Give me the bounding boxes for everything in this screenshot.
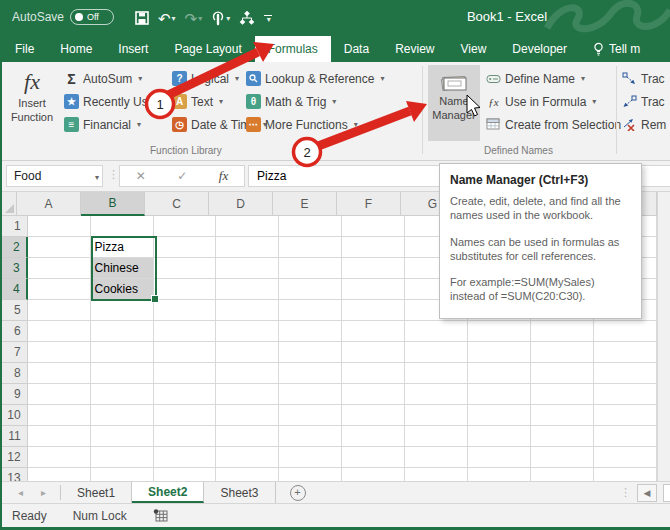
cell-J9[interactable] — [594, 384, 657, 405]
trace-precedents-button[interactable]: Trac — [622, 67, 670, 90]
cell-D7[interactable] — [216, 342, 279, 363]
cell-A8[interactable] — [28, 363, 91, 384]
cell-F12[interactable] — [342, 447, 405, 468]
cell-C5[interactable] — [154, 300, 217, 321]
cell-D12[interactable] — [216, 447, 279, 468]
row-header-7[interactable]: 7 — [2, 342, 28, 363]
name-box[interactable]: Food ▾ — [6, 165, 103, 187]
name-box-dropdown-icon[interactable]: ▾ — [95, 173, 99, 182]
cell-F11[interactable] — [342, 426, 405, 447]
cell-E10[interactable] — [279, 405, 342, 426]
cell-F3[interactable] — [342, 258, 405, 279]
tab-home[interactable]: Home — [47, 36, 105, 62]
column-header-D[interactable]: D — [209, 192, 273, 216]
cell-D6[interactable] — [216, 321, 279, 342]
row-header-10[interactable]: 10 — [2, 405, 28, 426]
row-header-4[interactable]: 4 — [2, 279, 28, 300]
recently-used-button[interactable]: ★Recently Used▾ — [64, 90, 171, 113]
cell-B9[interactable] — [91, 384, 154, 405]
cell-C8[interactable] — [154, 363, 217, 384]
cell-F2[interactable] — [342, 237, 405, 258]
row-header-11[interactable]: 11 — [2, 426, 28, 447]
more-functions-button[interactable]: ⋯More Functions▾ — [246, 113, 384, 136]
column-header-B[interactable]: B — [81, 192, 145, 216]
cell-F9[interactable] — [342, 384, 405, 405]
cell-F6[interactable] — [342, 321, 405, 342]
sheet-tab-sheet1[interactable]: Sheet1 — [61, 482, 132, 503]
trace-dependents-button[interactable]: Trac — [622, 90, 670, 113]
sheet-tab-sheet2[interactable]: Sheet2 — [132, 482, 204, 503]
cell-B6[interactable] — [91, 321, 154, 342]
new-sheet-button[interactable]: + — [290, 482, 306, 503]
cell-D11[interactable] — [216, 426, 279, 447]
cell-E4[interactable] — [279, 279, 342, 300]
cell-B4[interactable]: Cookies — [91, 279, 154, 300]
name-manager-button[interactable]: Name Manager — [428, 65, 480, 141]
cell-F8[interactable] — [342, 363, 405, 384]
cell-I9[interactable] — [531, 384, 594, 405]
cell-A10[interactable] — [28, 405, 91, 426]
cell-E12[interactable] — [279, 447, 342, 468]
cell-E8[interactable] — [279, 363, 342, 384]
cell-J12[interactable] — [594, 447, 657, 468]
cell-G12[interactable] — [405, 447, 468, 468]
hscroll-thumb[interactable] — [663, 484, 670, 502]
cell-I11[interactable] — [531, 426, 594, 447]
cell-E11[interactable] — [279, 426, 342, 447]
cell-H10[interactable] — [468, 405, 531, 426]
cell-A3[interactable] — [28, 258, 91, 279]
cell-B11[interactable] — [91, 426, 154, 447]
cell-C6[interactable] — [154, 321, 217, 342]
cell-H13[interactable] — [468, 468, 531, 481]
row-header-8[interactable]: 8 — [2, 363, 28, 384]
tab-file[interactable]: File — [2, 36, 47, 62]
cell-C4[interactable] — [154, 279, 217, 300]
cell-H11[interactable] — [468, 426, 531, 447]
row-header-5[interactable]: 5 — [2, 300, 28, 321]
cell-J6[interactable] — [594, 321, 657, 342]
tab-data[interactable]: Data — [331, 36, 382, 62]
touch-mode-button[interactable]: ▾ — [208, 6, 233, 30]
cell-H7[interactable] — [468, 342, 531, 363]
cell-B13[interactable] — [91, 468, 154, 481]
cell-G6[interactable] — [405, 321, 468, 342]
cell-B3[interactable]: Chinese — [91, 258, 154, 279]
cell-I7[interactable] — [531, 342, 594, 363]
cell-E9[interactable] — [279, 384, 342, 405]
enter-icon[interactable]: ✓ — [177, 169, 187, 183]
row-header-3[interactable]: 3 — [2, 258, 28, 279]
cell-G10[interactable] — [405, 405, 468, 426]
cell-G11[interactable] — [405, 426, 468, 447]
cell-E6[interactable] — [279, 321, 342, 342]
cell-H6[interactable] — [468, 321, 531, 342]
row-header-9[interactable]: 9 — [2, 384, 28, 405]
create-from-selection-button[interactable]: Create from Selection — [486, 113, 621, 136]
autosum-button[interactable]: ΣAutoSum▾ — [64, 67, 171, 90]
undo-dropdown[interactable]: ▾ — [172, 14, 176, 23]
row-header-12[interactable]: 12 — [2, 447, 28, 468]
cell-B10[interactable] — [91, 405, 154, 426]
column-header-F[interactable]: F — [337, 192, 401, 216]
sheet-nav-left-icon[interactable]: ◂ — [18, 487, 23, 498]
customize-qat-button[interactable]: ▾ — [261, 6, 275, 30]
remove-arrows-button[interactable]: Rem — [622, 113, 670, 136]
cell-E1[interactable] — [279, 216, 342, 237]
cell-I13[interactable] — [531, 468, 594, 481]
cell-D13[interactable] — [216, 468, 279, 481]
insert-function-button[interactable]: fx Insert Function — [6, 65, 58, 141]
tab-view[interactable]: View — [448, 36, 500, 62]
cell-J11[interactable] — [594, 426, 657, 447]
cell-A11[interactable] — [28, 426, 91, 447]
cell-D9[interactable] — [216, 384, 279, 405]
row-header-13[interactable]: 13 — [2, 468, 28, 481]
cell-I6[interactable] — [531, 321, 594, 342]
cell-B1[interactable] — [91, 216, 154, 237]
cell-B12[interactable] — [91, 447, 154, 468]
cell-F1[interactable] — [342, 216, 405, 237]
cell-A9[interactable] — [28, 384, 91, 405]
cell-J8[interactable] — [594, 363, 657, 384]
financial-button[interactable]: ≡Financial▾ — [64, 113, 171, 136]
redo-dropdown[interactable]: ▾ — [198, 14, 202, 23]
cell-F13[interactable] — [342, 468, 405, 481]
cell-B7[interactable] — [91, 342, 154, 363]
